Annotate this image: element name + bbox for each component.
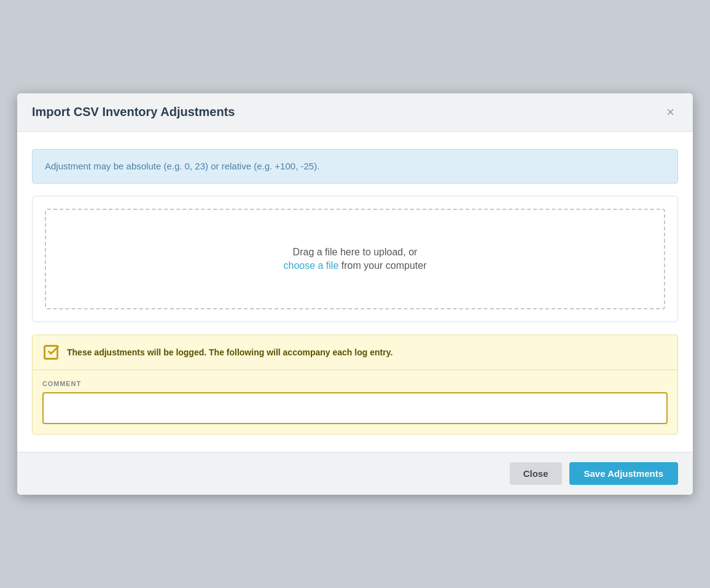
modal-header: Import CSV Inventory Adjustments × [17, 93, 693, 132]
upload-drag-text: Drag a file here to upload, or [58, 247, 652, 258]
log-banner-header: These adjustments will be logged. The fo… [33, 335, 677, 370]
upload-choose-row: choose a file from your computer [58, 260, 652, 271]
log-icon [42, 344, 60, 361]
info-banner-text: Adjustment may be absolute (e.g. 0, 23) … [45, 161, 319, 171]
close-icon[interactable]: × [663, 104, 678, 120]
import-csv-modal: Import CSV Inventory Adjustments × Adjus… [17, 93, 693, 495]
upload-area-wrapper: Drag a file here to upload, or choose a … [32, 196, 678, 322]
log-banner: These adjustments will be logged. The fo… [32, 335, 678, 435]
choose-file-link[interactable]: choose a file [283, 260, 338, 271]
info-banner: Adjustment may be absolute (e.g. 0, 23) … [32, 149, 678, 184]
modal-footer: Close Save Adjustments [17, 452, 693, 495]
log-banner-text: These adjustments will be logged. The fo… [67, 347, 392, 357]
modal-body: Adjustment may be absolute (e.g. 0, 23) … [17, 132, 693, 452]
log-banner-body: COMMENT [33, 370, 677, 434]
modal-title: Import CSV Inventory Adjustments [32, 105, 235, 119]
close-button[interactable]: Close [510, 462, 562, 485]
upload-from-text: from your computer [341, 260, 427, 271]
upload-dropzone[interactable]: Drag a file here to upload, or choose a … [45, 209, 665, 309]
svg-rect-0 [45, 346, 58, 359]
comment-input[interactable] [42, 392, 668, 424]
save-adjustments-button[interactable]: Save Adjustments [569, 462, 679, 485]
comment-label: COMMENT [42, 380, 668, 387]
